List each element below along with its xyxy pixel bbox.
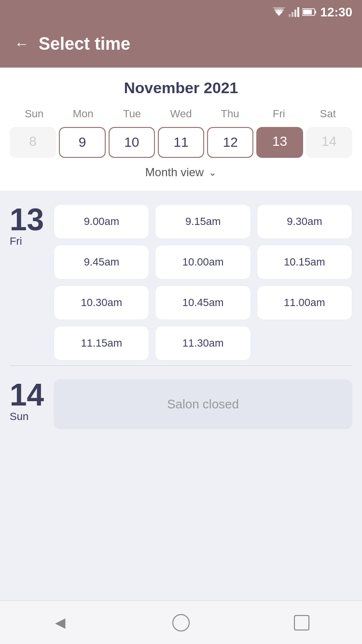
day-number-13: 13 [10, 204, 44, 235]
nav-home-icon [172, 614, 190, 631]
slots-grid-13: 9.00am 9.15am 9.30am 9.45am 10.00am 10.1… [54, 204, 352, 361]
time-slot-1045[interactable]: 10.45am [155, 285, 251, 320]
time-slot-1115[interactable]: 11.15am [54, 326, 149, 361]
time-slot-945[interactable]: 9.45am [54, 245, 149, 280]
day-number-col-13: 13 Fri [10, 204, 44, 248]
nav-recent-icon [294, 615, 309, 630]
day-header-13: 13 Fri 9.00am 9.15am 9.30am 9.45am 10.00… [10, 204, 352, 361]
app-header: ← Select time [0, 24, 362, 68]
day-block-13: 13 Fri 9.00am 9.15am 9.30am 9.45am 10.00… [10, 191, 352, 365]
timeslots-section: 13 Fri 9.00am 9.15am 9.30am 9.45am 10.00… [0, 191, 362, 601]
svg-rect-4 [292, 12, 293, 17]
time-slot-915[interactable]: 9.15am [155, 204, 251, 239]
calendar-section: November 2021 Sun Mon Tue Wed Thu Fri Sa… [0, 68, 362, 191]
nav-recent-button[interactable] [287, 608, 316, 637]
chevron-down-icon: ⌄ [209, 167, 217, 178]
bottom-nav: ◀ [0, 601, 362, 644]
svg-rect-5 [294, 10, 296, 17]
signal-icon [289, 7, 299, 17]
month-view-toggle[interactable]: Month view ⌄ [10, 158, 352, 183]
day-10[interactable]: 10 [109, 127, 155, 158]
time-slot-930[interactable]: 9.30am [257, 204, 352, 239]
day-number-col-14: 14 Sun [10, 379, 44, 423]
day-number-14: 14 [10, 379, 44, 410]
weekday-wed: Wed [156, 106, 205, 122]
days-row: 8 9 10 11 12 13 14 [10, 127, 352, 158]
nav-back-icon: ◀ [55, 615, 66, 630]
weekday-thu: Thu [206, 106, 254, 122]
svg-rect-8 [315, 11, 316, 14]
weekday-tue: Tue [108, 106, 156, 122]
time-slot-900[interactable]: 9.00am [54, 204, 149, 239]
weekday-sat: Sat [304, 106, 352, 122]
status-time: 12:30 [320, 5, 353, 20]
battery-icon [302, 8, 317, 16]
status-icons [272, 7, 317, 17]
day-13[interactable]: 13 [256, 127, 303, 158]
back-button[interactable]: ← [14, 37, 29, 51]
day-8: 8 [10, 127, 56, 158]
salon-closed-block: Salon closed [54, 379, 352, 429]
weekdays-row: Sun Mon Tue Wed Thu Fri Sat [10, 106, 352, 122]
svg-rect-9 [303, 10, 312, 14]
time-slot-1100[interactable]: 11.00am [257, 285, 352, 320]
nav-home-button[interactable] [167, 608, 195, 637]
nav-back-button[interactable]: ◀ [46, 608, 75, 637]
day-block-14: 14 Sun Salon closed [10, 365, 352, 434]
svg-rect-6 [297, 7, 299, 17]
day-header-14: 14 Sun Salon closed [10, 379, 352, 429]
svg-rect-3 [289, 14, 291, 17]
wifi-icon [272, 7, 286, 17]
weekday-mon: Mon [58, 106, 107, 122]
time-slot-1000[interactable]: 10.00am [155, 245, 251, 280]
day-12[interactable]: 12 [207, 127, 253, 158]
day-9[interactable]: 9 [59, 127, 105, 158]
page-title: Select time [39, 34, 130, 54]
month-label: November 2021 [10, 79, 352, 97]
day-11[interactable]: 11 [158, 127, 204, 158]
time-slot-1030[interactable]: 10.30am [54, 285, 149, 320]
weekday-sun: Sun [10, 106, 58, 122]
salon-closed-label: Salon closed [54, 379, 352, 429]
month-view-label: Month view [145, 166, 204, 179]
day-14: 14 [306, 127, 352, 158]
weekday-fri: Fri [254, 106, 303, 122]
status-bar: 12:30 [0, 0, 362, 24]
time-slot-1015[interactable]: 10.15am [257, 245, 352, 280]
time-slot-1130[interactable]: 11.30am [155, 326, 251, 361]
